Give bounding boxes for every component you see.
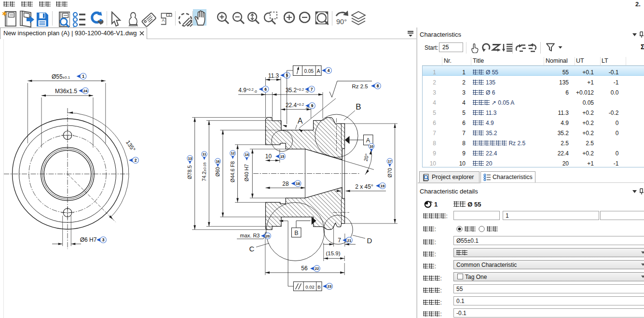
svg-text:A: A (162, 18, 164, 23)
svg-text:12: 12 (231, 151, 234, 155)
svg-text:4: 4 (328, 68, 330, 73)
svg-text:Ø78.5: Ø78.5 (187, 166, 192, 180)
svg-text:35.2+0.2: 35.2+0.2 (286, 87, 304, 94)
svg-text:(15.9): (15.9) (326, 250, 340, 256)
svg-text:28: 28 (282, 180, 289, 187)
svg-text:11: 11 (203, 152, 206, 156)
svg-text:Ø40 H7: Ø40 H7 (244, 164, 249, 181)
svg-text:10: 10 (370, 144, 373, 149)
svg-text:B: B (294, 230, 298, 236)
svg-text:9: 9 (311, 103, 314, 108)
svg-text:13: 13 (188, 156, 192, 161)
svg-text:3: 3 (102, 237, 105, 242)
svg-text:16: 16 (216, 159, 219, 164)
svg-text:Rz 2.5: Rz 2.5 (352, 83, 368, 89)
svg-text:6: 6 (264, 87, 267, 92)
svg-text:D: D (367, 236, 372, 245)
svg-text:C: C (249, 245, 255, 253)
svg-text:56: 56 (301, 265, 308, 272)
svg-text:1: 1 (168, 13, 170, 16)
svg-text:M36x1.5: M36x1.5 (55, 88, 77, 95)
svg-text:2 x 45°: 2 x 45° (355, 183, 373, 190)
svg-text:1: 1 (82, 74, 84, 79)
svg-text:B: B (356, 102, 361, 111)
svg-text:21: 21 (347, 238, 352, 243)
svg-text:74.2±0.05: 74.2±0.05 (201, 162, 207, 181)
svg-text:8: 8 (377, 83, 379, 88)
svg-text:90°: 90° (336, 18, 347, 26)
svg-text:A: A (366, 137, 370, 144)
svg-text:17: 17 (388, 159, 392, 164)
svg-text:A: A (298, 117, 303, 125)
svg-text:10: 10 (265, 153, 272, 160)
svg-text:18: 18 (296, 181, 300, 186)
svg-text:Ø55±0.1: Ø55±0.1 (52, 73, 70, 80)
svg-text:15: 15 (280, 154, 285, 159)
svg-text:23: 23 (328, 284, 331, 289)
svg-text:0.02: 0.02 (305, 284, 315, 290)
svg-text:19: 19 (381, 184, 384, 188)
svg-text:Ø70: Ø70 (387, 168, 393, 178)
svg-text:0.05: 0.05 (304, 69, 314, 74)
svg-text:7: 7 (338, 237, 341, 244)
svg-text:7: 7 (311, 87, 313, 92)
svg-text:Ø60: Ø60 (215, 167, 220, 177)
svg-text:Ø44.6 F8: Ø44.6 F8 (230, 161, 235, 182)
svg-text:Ø6 H7: Ø6 H7 (80, 236, 97, 243)
svg-text:2: 2 (135, 158, 137, 163)
svg-text:A: A (317, 69, 320, 74)
svg-text:24: 24 (83, 89, 88, 93)
svg-text:20: 20 (266, 234, 270, 238)
svg-text:-0: -0 (254, 89, 257, 94)
svg-text:22.4+0.2: 22.4+0.2 (286, 102, 304, 109)
svg-text:20°: 20° (362, 153, 370, 162)
svg-text:135°: 135° (124, 139, 137, 153)
svg-text:4.9+0.2: 4.9+0.2 (238, 87, 254, 94)
svg-text:max. R3: max. R3 (240, 233, 260, 238)
svg-text:11.3: 11.3 (268, 72, 279, 79)
svg-text:B: B (317, 284, 320, 290)
svg-text:5: 5 (286, 73, 288, 78)
svg-text:22: 22 (315, 266, 319, 271)
svg-text:14: 14 (245, 152, 249, 157)
